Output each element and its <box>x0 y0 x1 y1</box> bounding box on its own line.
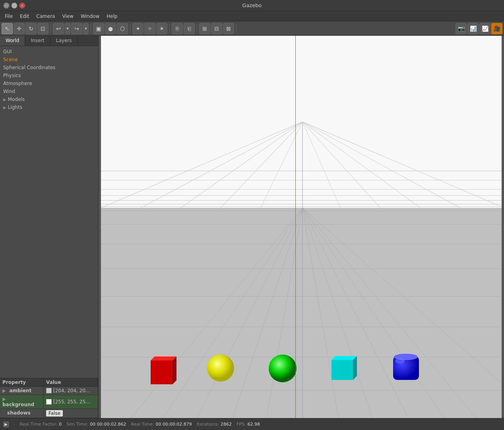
record-button[interactable]: 🎥 <box>491 23 502 34</box>
background-color-swatch <box>46 399 52 405</box>
select-tool-button[interactable]: ↖ <box>2 23 13 34</box>
menu-view[interactable]: View <box>59 13 76 20</box>
tree-item-models[interactable]: ▶ Models <box>0 95 98 103</box>
background-value: [255, 255, 25... <box>53 399 90 405</box>
rotate-tool-button[interactable]: ↻ <box>25 23 37 34</box>
redo-button[interactable]: ↪ <box>71 23 82 34</box>
svg-line-7 <box>101 122 302 207</box>
redo-dropdown[interactable]: ▾ <box>83 23 89 34</box>
yellow-sphere[interactable] <box>206 354 235 382</box>
minimize-button[interactable]: − <box>3 2 10 9</box>
svg-line-9 <box>181 122 302 207</box>
right-resize-dots: · · · <box>501 225 504 230</box>
sep6 <box>236 24 236 33</box>
ambient-expand-icon: ▶ <box>2 388 6 393</box>
svg-line-36 <box>302 208 408 418</box>
blue-cylinder[interactable] <box>391 352 424 383</box>
tab-layers[interactable]: Layers <box>50 36 78 46</box>
close-button[interactable]: × <box>19 2 25 9</box>
realtime-item: Real Time: 00 00:00:02.879 <box>131 422 192 427</box>
svg-line-14 <box>302 122 380 207</box>
prop-header: Property Value <box>0 378 98 387</box>
tree-item-spherical[interactable]: Spherical Coordinates <box>0 64 98 72</box>
green-sphere[interactable] <box>268 354 298 384</box>
wm-controls[interactable]: − □ × <box>3 2 27 9</box>
paste-button[interactable]: ⎗ <box>184 23 195 34</box>
sep2 <box>91 24 91 33</box>
ground-area <box>101 208 504 418</box>
prop-cell-shadows-key: shadows <box>0 409 44 418</box>
realtime-factor-item: Real Time Factor: 0 <box>20 422 62 427</box>
background-expand-icon: ▶ <box>2 396 6 402</box>
snap-button[interactable]: ⊟ <box>211 23 222 34</box>
undo-button[interactable]: ↩ <box>53 23 64 34</box>
menu-window[interactable]: Window <box>78 13 103 20</box>
tab-insert[interactable]: Insert <box>25 36 50 46</box>
fps-item: FPS: 62.98 <box>236 422 260 427</box>
log-button[interactable]: 📊 <box>467 23 479 34</box>
svg-marker-40 <box>151 360 173 384</box>
tree-item-lights[interactable]: ▶ Lights <box>0 103 98 111</box>
menu-edit[interactable]: Edit <box>17 13 32 20</box>
menu-camera[interactable]: Camera <box>33 13 58 20</box>
align-button[interactable]: ⊞ <box>199 23 210 34</box>
left-panel: World Insert Layers GUI Scene Spherical … <box>0 36 99 418</box>
svg-line-34 <box>302 208 338 418</box>
toolbar: ↖ ✛ ↻ ⊡ ↩ ▾ ↪ ▾ ▣ ● ⬡ ✦ ✧ ☀ ⎘ ⎗ ⊞ ⊟ ⊠ 📷 … <box>0 21 504 36</box>
tree-item-scene[interactable]: Scene <box>0 56 98 64</box>
right-resize-handle[interactable]: · · · <box>502 36 504 418</box>
spotlight-button[interactable]: ✧ <box>144 23 155 34</box>
iterations-value: 2862 <box>221 422 232 427</box>
undo-dropdown[interactable]: ▾ <box>65 23 70 34</box>
shadows-label: shadows <box>7 410 31 416</box>
prop-row-shadows[interactable]: shadows False <box>0 409 98 418</box>
realtime-value: 00 00:00:02.879 <box>155 422 192 427</box>
vertical-axis-line <box>295 36 296 418</box>
tree-item-gui[interactable]: GUI <box>0 48 98 56</box>
svg-line-37 <box>302 208 444 418</box>
viewport: · · · <box>101 36 504 418</box>
menu-file[interactable]: File <box>2 13 16 20</box>
svg-line-8 <box>141 122 302 207</box>
play-button[interactable]: ▶ <box>3 422 9 427</box>
menubar: File Edit Camera View Window Help <box>0 11 504 21</box>
pointlight-button[interactable]: ✦ <box>132 23 143 34</box>
svg-line-10 <box>221 122 302 207</box>
scale-tool-button[interactable]: ⊡ <box>37 23 48 34</box>
svg-marker-41 <box>151 356 176 360</box>
plot-button[interactable]: 📈 <box>479 23 490 34</box>
fps-label: FPS: <box>236 422 246 427</box>
tree-view: GUI Scene Spherical Coordinates Physics … <box>0 46 98 378</box>
dirlight-button[interactable]: ☀ <box>156 23 167 34</box>
cyan-box[interactable] <box>328 353 360 382</box>
svg-line-38 <box>302 208 476 418</box>
tree-item-atmosphere[interactable]: Atmosphere <box>0 79 98 87</box>
cylinder-insert-button[interactable]: ⬡ <box>117 23 128 34</box>
measure-button[interactable]: ⊠ <box>223 23 234 34</box>
tree-item-wind[interactable]: Wind <box>0 87 98 95</box>
svg-line-31 <box>233 208 302 418</box>
sep3 <box>130 24 130 33</box>
red-cube[interactable] <box>147 353 178 386</box>
copy-button[interactable]: ⎘ <box>172 23 183 34</box>
sep4 <box>169 24 170 33</box>
prop-row-background[interactable]: ▶ background [255, 255, 25... <box>0 395 98 409</box>
sphere-insert-button[interactable]: ● <box>105 23 116 34</box>
prop-row-ambient[interactable]: ▶ ambient [204, 204, 20... <box>0 387 98 395</box>
screenshot-button[interactable]: 📷 <box>456 23 467 34</box>
translate-tool-button[interactable]: ✛ <box>14 23 25 34</box>
box-insert-button[interactable]: ▣ <box>93 23 104 34</box>
main-layout: World Insert Layers GUI Scene Spherical … <box>0 36 504 418</box>
scene-container[interactable] <box>101 36 504 418</box>
titlebar: − □ × Gazebo <box>0 0 504 11</box>
menu-help[interactable]: Help <box>103 13 120 20</box>
prop-cell-bg-value: [255, 255, 25... <box>44 395 98 409</box>
tree-item-physics[interactable]: Physics <box>0 72 98 79</box>
ground-grid <box>101 208 504 418</box>
sky-grid <box>101 36 504 208</box>
ambient-value: [204, 204, 20... <box>53 388 90 393</box>
tab-world[interactable]: World <box>0 36 25 46</box>
maximize-button[interactable]: □ <box>11 2 17 9</box>
realtime-factor-value: 0 <box>59 422 62 427</box>
shadows-value: False <box>46 410 63 416</box>
